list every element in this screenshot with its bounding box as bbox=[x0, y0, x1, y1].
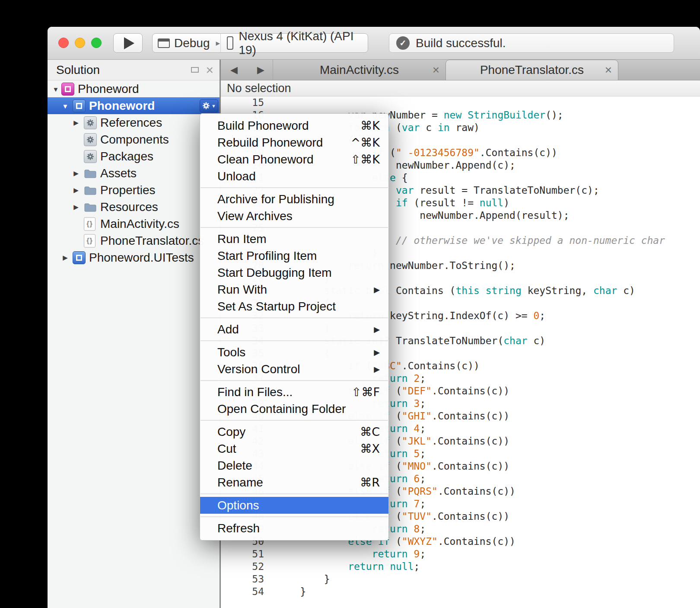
tree-item-phoneword[interactable]: ▼Phoneword bbox=[48, 80, 220, 97]
close-pad-icon[interactable]: × bbox=[206, 64, 213, 77]
solution-tree: ▼Phoneword▼Phoneword▼▶ReferencesComponen… bbox=[48, 80, 220, 608]
menu-item-label: Start Debugging Item bbox=[217, 266, 380, 280]
code-line: } bbox=[276, 573, 665, 586]
configuration-selector[interactable]: Debug ▸ bbox=[153, 34, 221, 52]
menu-item-view-archives[interactable]: View Archives bbox=[200, 208, 388, 224]
tree-item-mainactivity-cs[interactable]: {}MainActivity.cs bbox=[48, 215, 220, 232]
code-line: return 9; bbox=[276, 548, 665, 560]
menu-item-refresh[interactable]: Refresh bbox=[200, 520, 388, 537]
gearbox-icon bbox=[84, 133, 97, 146]
menu-item-label: Options bbox=[217, 499, 380, 512]
close-tab-icon[interactable]: × bbox=[605, 64, 612, 76]
tree-item-phonetranslator-cs[interactable]: {}PhoneTranslator.cs bbox=[48, 232, 220, 249]
zoom-window-button[interactable] bbox=[91, 38, 102, 48]
status-label: Build successful. bbox=[416, 36, 506, 50]
device-selector[interactable]: Nexus 4 (KitKat) (API 19) bbox=[221, 34, 368, 52]
disclosure-triangle-icon[interactable]: ▼ bbox=[60, 102, 70, 109]
close-window-button[interactable] bbox=[58, 38, 69, 48]
folder-icon bbox=[84, 201, 97, 214]
gearbox-icon bbox=[84, 116, 97, 129]
run-button[interactable] bbox=[113, 33, 143, 53]
code-line bbox=[276, 96, 665, 109]
disclosure-triangle-icon[interactable]: ▶ bbox=[71, 186, 81, 194]
menu-item-rename[interactable]: Rename⌘R bbox=[200, 474, 388, 491]
menu-separator bbox=[200, 420, 388, 421]
menu-item-start-debugging-item[interactable]: Start Debugging Item bbox=[200, 264, 388, 281]
minimize-window-button[interactable] bbox=[75, 38, 85, 48]
menu-item-delete[interactable]: Delete bbox=[200, 457, 388, 474]
project-options-button[interactable]: ▼ bbox=[200, 99, 218, 112]
build-status[interactable]: ✓ Build successful. bbox=[389, 33, 674, 53]
menu-item-tools[interactable]: Tools▶ bbox=[200, 344, 388, 361]
menu-item-start-profiling-item[interactable]: Start Profiling Item bbox=[200, 247, 388, 264]
menu-shortcut: ⇧⌘F bbox=[352, 385, 380, 399]
tree-item-label: Assets bbox=[100, 166, 137, 180]
navigate-back-icon[interactable]: ◀ bbox=[230, 60, 238, 80]
menu-item-label: Set As Startup Project bbox=[217, 300, 380, 314]
menu-item-version-control[interactable]: Version Control▶ bbox=[200, 361, 388, 378]
disclosure-triangle-icon[interactable]: ▶ bbox=[60, 254, 70, 262]
breadcrumb: No selection bbox=[221, 80, 700, 96]
disclosure-triangle-icon[interactable]: ▶ bbox=[71, 119, 81, 127]
pad-title: Solution bbox=[56, 63, 100, 77]
menu-separator bbox=[200, 187, 388, 188]
solution-icon bbox=[61, 83, 74, 96]
code-line: } bbox=[276, 586, 665, 598]
menu-item-label: Rebuild Phoneword bbox=[217, 136, 351, 150]
tree-item-phoneword[interactable]: ▼Phoneword▼ bbox=[48, 97, 220, 114]
menu-separator bbox=[200, 380, 388, 381]
menu-item-options[interactable]: Options bbox=[200, 497, 388, 514]
tree-item-label: Phoneword.UITests bbox=[89, 251, 194, 265]
csfile-icon: {} bbox=[84, 217, 95, 230]
menu-item-label: Clean Phoneword bbox=[217, 153, 351, 166]
tree-item-label: Phoneword bbox=[89, 99, 155, 113]
menu-item-open-containing-folder[interactable]: Open Containing Folder bbox=[200, 400, 388, 417]
pad-header: Solution × bbox=[48, 60, 220, 80]
tree-item-packages[interactable]: Packages bbox=[48, 148, 220, 165]
folder-icon bbox=[84, 184, 97, 197]
menu-item-add[interactable]: Add▶ bbox=[200, 321, 388, 338]
menu-separator bbox=[200, 317, 388, 318]
close-tab-icon[interactable]: × bbox=[433, 64, 439, 76]
menu-item-set-as-startup-project[interactable]: Set As Startup Project bbox=[200, 298, 388, 315]
menu-item-rebuild-phoneword[interactable]: Rebuild Phoneword^⌘K bbox=[200, 134, 388, 151]
menu-item-run-with[interactable]: Run With▶ bbox=[200, 281, 388, 298]
menu-item-find-in-files[interactable]: Find in Files...⇧⌘F bbox=[200, 384, 388, 400]
tree-item-resources[interactable]: ▶Resources bbox=[48, 198, 220, 215]
tree-item-phoneword-uitests[interactable]: ▶Phoneword.UITests bbox=[48, 249, 220, 266]
menu-item-label: Open Containing Folder bbox=[217, 402, 380, 416]
tab-mainactivity[interactable]: MainActivity.cs × bbox=[273, 60, 445, 80]
tree-item-assets[interactable]: ▶Assets bbox=[48, 165, 220, 182]
menu-item-unload[interactable]: Unload bbox=[200, 168, 388, 185]
tree-item-properties[interactable]: ▶Properties bbox=[48, 182, 220, 198]
tree-item-components[interactable]: Components bbox=[48, 131, 220, 148]
menu-item-build-phoneword[interactable]: Build Phoneword⌘K bbox=[200, 117, 388, 134]
menu-item-label: Rename bbox=[217, 476, 360, 490]
menu-shortcut: ^⌘K bbox=[351, 136, 380, 149]
dock-pad-icon[interactable] bbox=[191, 67, 199, 73]
menu-item-label: Run With bbox=[217, 283, 374, 297]
menu-item-label: Refresh bbox=[217, 522, 380, 535]
tab-bar: ◀ ▶ MainActivity.cs × PhoneTranslator.cs… bbox=[221, 60, 700, 80]
menu-item-clean-phoneword[interactable]: Clean Phoneword⇧⌘K bbox=[200, 151, 388, 168]
menu-shortcut: ⌘C bbox=[360, 425, 380, 438]
menu-item-cut[interactable]: Cut⌘X bbox=[200, 440, 388, 457]
menu-item-run-item[interactable]: Run Item bbox=[200, 230, 388, 247]
submenu-arrow-icon: ▶ bbox=[374, 348, 380, 357]
disclosure-triangle-icon[interactable]: ▶ bbox=[71, 170, 81, 177]
menu-item-label: Start Profiling Item bbox=[217, 249, 380, 263]
tree-item-label: References bbox=[100, 116, 162, 130]
tab-phonetranslator[interactable]: PhoneTranslator.cs × bbox=[445, 60, 618, 80]
menu-shortcut: ⌘K bbox=[360, 119, 380, 132]
line-number: 52 bbox=[221, 560, 264, 573]
menu-item-copy[interactable]: Copy⌘C bbox=[200, 423, 388, 440]
disclosure-triangle-icon[interactable]: ▼ bbox=[51, 85, 60, 93]
navigate-forward-icon[interactable]: ▶ bbox=[257, 60, 264, 80]
tab-label: PhoneTranslator.cs bbox=[480, 63, 584, 77]
project2-icon bbox=[73, 251, 86, 264]
menu-item-archive-for-publishing[interactable]: Archive for Publishing bbox=[200, 191, 388, 208]
disclosure-triangle-icon[interactable]: ▶ bbox=[71, 203, 81, 211]
tree-item-references[interactable]: ▶References bbox=[48, 114, 220, 131]
menu-shortcut: ⌘R bbox=[360, 476, 380, 489]
tree-item-label: Components bbox=[100, 133, 169, 147]
